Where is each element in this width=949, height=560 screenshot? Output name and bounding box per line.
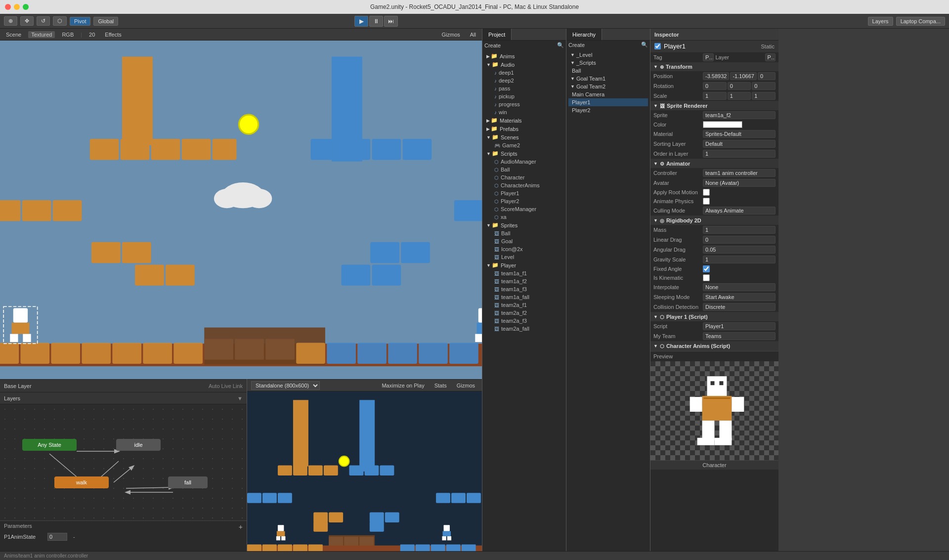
sorting-layer-value[interactable]: Default [703, 140, 776, 148]
gravity-scale-value[interactable]: 1 [703, 256, 776, 263]
sleeping-mode-value[interactable]: Start Awake [703, 293, 776, 301]
scale-x[interactable]: 1 [703, 92, 727, 100]
order-in-layer-value[interactable]: 1 [703, 150, 776, 158]
sprite-renderer-header[interactable]: ▼ 🖼 Sprite Renderer [650, 101, 778, 110]
project-item-level[interactable]: 🖼Level [484, 253, 564, 261]
maximize-button[interactable] [23, 4, 29, 10]
project-item-progress[interactable]: ♪progress [484, 100, 564, 108]
project-item-pickup[interactable]: ♪pickup [484, 92, 564, 100]
rigidbody2d-header[interactable]: ▼ ◎ Rigidbody 2D [650, 216, 778, 225]
animator-workspace[interactable]: Any State idle walk fall [0, 404, 247, 520]
apply-root-motion-checkbox[interactable] [703, 189, 710, 196]
rot-y[interactable]: 0 [728, 82, 751, 90]
project-item-team1a-fall[interactable]: 🖼team1a_fall [484, 293, 564, 301]
interpolate-value[interactable]: None [703, 283, 776, 291]
hierarchy-tab[interactable]: Hierarchy [566, 29, 602, 40]
tag-value[interactable]: Player [703, 53, 714, 61]
project-folder-scenes[interactable]: ▼📁 Scenes [484, 133, 564, 141]
project-create-btn[interactable]: Create [484, 43, 501, 48]
transform-header[interactable]: ▼ ⊕ Transform [650, 62, 778, 71]
hier-ball[interactable]: Ball [568, 67, 648, 75]
project-item-scoremanager[interactable]: ⬡ScoreManager [484, 205, 564, 213]
all-btn[interactable]: All [467, 31, 479, 38]
pos-y[interactable]: -1.10667 [730, 72, 756, 80]
layout-button[interactable]: Laptop Compa... [896, 17, 945, 26]
animator-component-header[interactable]: ▼ ⚙ Animator [650, 159, 778, 168]
project-item-team1a-f2[interactable]: 🖼team1a_f2 [484, 277, 564, 285]
pos-x[interactable]: -3.58932 [703, 72, 729, 80]
project-item-team2a-f1[interactable]: 🖼team2a_f1 [484, 301, 564, 309]
hier-goal-team1[interactable]: ▼Goal Team1 [568, 75, 648, 83]
project-item-character[interactable]: ⬡Character [484, 173, 564, 181]
any-state-node[interactable]: Any State [22, 439, 77, 451]
project-item-ball-sprite[interactable]: 🖼Ball [484, 229, 564, 237]
play-button[interactable]: ▶ [354, 16, 368, 27]
walk-state-node[interactable]: walk [54, 476, 109, 488]
controller-value[interactable]: team1 anim controller [703, 169, 776, 177]
project-item-goal[interactable]: 🖼Goal [484, 237, 564, 245]
angular-drag-value[interactable]: 0.05 [703, 246, 776, 254]
project-item-team1a-f1[interactable]: 🖼team1a_f1 [484, 269, 564, 277]
pivot-button[interactable]: Pivot [70, 17, 90, 26]
gizmos-btn[interactable]: Gizmos [438, 31, 463, 38]
idle-state-node[interactable]: idle [116, 439, 161, 451]
hier-goal-team2[interactable]: ▼Goal Team2 [568, 83, 648, 90]
project-item-win[interactable]: ♪win [484, 108, 564, 116]
project-tab[interactable]: Project [482, 29, 512, 40]
toolbar-move-btn[interactable]: ✥ [20, 16, 34, 26]
sprite-value[interactable]: team1a_f2 [703, 111, 776, 119]
step-button[interactable]: ⏭ [384, 16, 398, 27]
hier-player2[interactable]: Player2 [568, 106, 648, 114]
hier-main-camera[interactable]: Main Camera [568, 90, 648, 98]
project-search-icon[interactable]: 🔍 [557, 42, 564, 48]
avatar-value[interactable]: None (Avatar) [703, 179, 776, 187]
effects-btn[interactable]: Effects [102, 31, 124, 38]
game-gizmos-btn[interactable]: Gizmos [454, 382, 478, 389]
collision-detection-value[interactable]: Discrete [703, 303, 776, 311]
project-folder-player[interactable]: ▼📁 Player [484, 261, 564, 269]
toolbar-rotate-btn[interactable]: ↺ [37, 16, 50, 26]
layer-value[interactable]: Player [765, 53, 776, 61]
auto-live-link[interactable]: Auto Live Link [209, 383, 243, 389]
textured-btn[interactable]: Textured [28, 31, 55, 38]
mass-value[interactable]: 1 [703, 226, 776, 234]
add-param-btn[interactable]: + [239, 523, 243, 531]
scale-y[interactable]: 1 [728, 92, 751, 100]
project-item-characteranims[interactable]: ⬡CharacterAnims [484, 181, 564, 189]
material-value[interactable]: Sprites-Default [703, 130, 776, 138]
pos-z[interactable]: 0 [758, 72, 776, 80]
is-kinematic-checkbox[interactable] [703, 274, 710, 281]
param-value-input[interactable] [47, 533, 67, 541]
toolbar-scale-btn[interactable]: ⬡ [53, 16, 67, 26]
global-button[interactable]: Global [93, 17, 118, 26]
color-swatch[interactable] [703, 121, 742, 128]
layers-button[interactable]: Layers [868, 17, 893, 26]
rgb-btn[interactable]: RGB [59, 31, 77, 38]
fixed-angle-checkbox[interactable] [703, 265, 710, 272]
project-folder-prefabs[interactable]: ▶📁 Prefabs [484, 125, 564, 133]
rot-z[interactable]: 0 [752, 82, 776, 90]
project-folder-materials[interactable]: ▶📁 Materials [484, 116, 564, 125]
hier-scripts[interactable]: ▼_Scripts [568, 59, 648, 67]
resolution-select[interactable]: Standalone (800x600) [251, 381, 320, 390]
animate-physics-checkbox[interactable] [703, 198, 710, 205]
project-item-player1[interactable]: ⬡Player1 [484, 189, 564, 197]
stats-btn[interactable]: Stats [431, 382, 450, 389]
minimize-button[interactable] [14, 4, 20, 10]
fall-state-node[interactable]: fall [168, 476, 208, 488]
project-item-audiomanager[interactable]: ⬡AudioManager [484, 158, 564, 166]
param-minus[interactable]: - [73, 534, 75, 540]
project-folder-audio[interactable]: ▼📁 Audio [484, 60, 564, 69]
player1-script-header[interactable]: ▼ ⬡ Player 1 (Script) [650, 312, 778, 321]
project-item-icon2x[interactable]: 🖼Icon@2x [484, 245, 564, 253]
project-item-game2[interactable]: 🎮Game2 [484, 141, 564, 149]
character-anims-header[interactable]: ▼ ⬡ Character Anims (Script) [650, 342, 778, 350]
hierarchy-create-btn[interactable]: Create [568, 42, 585, 48]
culling-mode-value[interactable]: Always Animate [703, 207, 776, 215]
close-button[interactable] [5, 4, 11, 10]
hier-player1[interactable]: Player1 [568, 98, 648, 106]
scene-tab[interactable]: Scene [3, 31, 24, 38]
project-folder-sprites[interactable]: ▼📁 Sprites [484, 221, 564, 229]
project-item-ball[interactable]: ⬡Ball [484, 166, 564, 173]
project-item-deep2[interactable]: ♪deep2 [484, 77, 564, 85]
